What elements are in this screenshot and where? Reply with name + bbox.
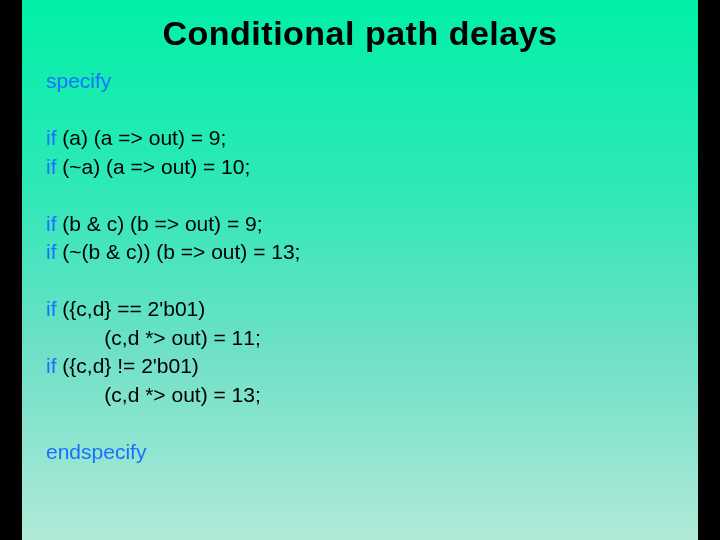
code-text: (b & c) (b => out) = 9; <box>57 212 263 235</box>
keyword-if: if <box>46 297 57 320</box>
code-block: specify if (a) (a => out) = 9; if (~a) (… <box>46 67 674 466</box>
code-text: (c,d *> out) = 13; <box>46 383 261 406</box>
stage: Conditional path delays specify if (a) (… <box>0 0 720 540</box>
keyword-if: if <box>46 212 57 235</box>
keyword-if: if <box>46 126 57 149</box>
keyword-specify: specify <box>46 69 111 92</box>
keyword-endspecify: endspecify <box>46 440 146 463</box>
code-text: (~a) (a => out) = 10; <box>57 155 251 178</box>
slide: Conditional path delays specify if (a) (… <box>22 0 698 540</box>
code-text: ({c,d} != 2'b01) <box>57 354 199 377</box>
code-text: ({c,d} == 2'b01) <box>57 297 206 320</box>
keyword-if: if <box>46 240 57 263</box>
keyword-if: if <box>46 354 57 377</box>
code-text: (a) (a => out) = 9; <box>57 126 227 149</box>
code-text: (c,d *> out) = 11; <box>46 326 261 349</box>
slide-title: Conditional path delays <box>46 14 674 53</box>
code-text: (~(b & c)) (b => out) = 13; <box>57 240 301 263</box>
keyword-if: if <box>46 155 57 178</box>
